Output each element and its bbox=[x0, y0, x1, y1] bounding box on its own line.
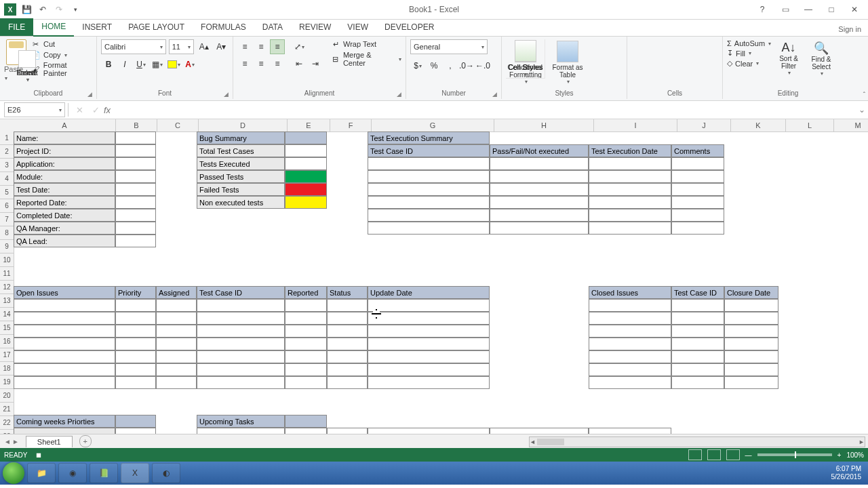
tab-home[interactable]: HOME bbox=[33, 18, 74, 37]
cell[interactable] bbox=[14, 325, 115, 338]
cell-styles-button[interactable]: Cell Styles▾ bbox=[506, 39, 545, 79]
cell[interactable] bbox=[368, 338, 490, 350]
decrease-font-button[interactable]: A▾ bbox=[214, 39, 229, 54]
zoom-out-button[interactable]: — bbox=[745, 451, 752, 459]
align-bottom-button[interactable]: ≡ bbox=[270, 39, 285, 54]
cell[interactable] bbox=[14, 299, 115, 312]
cell[interactable]: Pass/Fail/Not executed bbox=[490, 144, 589, 157]
cell[interactable] bbox=[14, 428, 115, 434]
cell[interactable] bbox=[197, 428, 285, 434]
align-left-button[interactable]: ≡ bbox=[237, 56, 252, 71]
col-header[interactable]: C bbox=[157, 119, 199, 132]
cell[interactable] bbox=[368, 376, 490, 389]
enter-formula-button[interactable]: ✓ bbox=[87, 103, 104, 117]
new-sheet-button[interactable]: + bbox=[79, 435, 92, 447]
tab-insert[interactable]: INSERT bbox=[74, 18, 120, 36]
qat-customize-icon[interactable]: ▾ bbox=[69, 3, 81, 16]
cell[interactable]: Total Test Cases bbox=[197, 144, 285, 157]
collapse-ribbon-icon[interactable]: ˆ bbox=[863, 92, 865, 99]
cell[interactable]: Open Issues bbox=[14, 286, 115, 299]
cell[interactable] bbox=[589, 376, 671, 389]
name-box[interactable]: E26▾ bbox=[4, 102, 65, 117]
cell[interactable] bbox=[589, 312, 671, 325]
cell[interactable] bbox=[589, 196, 671, 209]
cell[interactable] bbox=[327, 338, 368, 350]
cell[interactable] bbox=[197, 338, 285, 350]
cell[interactable] bbox=[589, 209, 671, 222]
cell[interactable]: Application: bbox=[14, 157, 115, 170]
number-format-select[interactable]: General▾ bbox=[410, 39, 488, 54]
cell[interactable] bbox=[327, 428, 368, 434]
col-header[interactable]: A bbox=[14, 119, 116, 132]
cell[interactable] bbox=[197, 350, 285, 363]
maximize-button[interactable]: □ bbox=[823, 3, 840, 16]
merge-center-button[interactable]: ⊟Merge & Center▾ bbox=[331, 51, 401, 67]
cell[interactable] bbox=[285, 157, 327, 170]
row-header[interactable]: 7 bbox=[0, 213, 14, 226]
system-clock[interactable]: 6:07 PM5/26/2015 bbox=[831, 465, 866, 481]
cell[interactable] bbox=[115, 350, 156, 363]
clear-button[interactable]: ◇Clear▾ bbox=[727, 59, 771, 68]
cell[interactable] bbox=[589, 428, 671, 434]
cell[interactable]: QA Manager: bbox=[14, 222, 115, 235]
row-header[interactable]: 10 bbox=[0, 253, 14, 267]
cell[interactable] bbox=[490, 157, 589, 170]
tab-formulas[interactable]: FORMULAS bbox=[193, 18, 254, 36]
cut-button[interactable]: ✂Cut bbox=[31, 39, 92, 49]
cell[interactable] bbox=[115, 170, 156, 183]
cell[interactable]: Test Case ID bbox=[671, 286, 724, 299]
macro-record-icon[interactable]: ⏹ bbox=[35, 451, 42, 459]
orientation-button[interactable]: ⤢▾ bbox=[292, 39, 307, 54]
cell[interactable]: Module: bbox=[14, 170, 115, 183]
cell[interactable] bbox=[115, 325, 156, 338]
cell[interactable] bbox=[14, 350, 115, 363]
cell[interactable] bbox=[285, 415, 327, 428]
number-launcher-icon[interactable]: ◢ bbox=[492, 91, 497, 98]
cell[interactable] bbox=[368, 222, 490, 235]
cell[interactable]: Test Execution Summary bbox=[368, 131, 490, 144]
cell[interactable] bbox=[285, 183, 327, 196]
cell[interactable]: Assigned bbox=[156, 286, 197, 299]
cell[interactable] bbox=[285, 299, 327, 312]
cell[interactable] bbox=[368, 363, 490, 376]
cell[interactable] bbox=[589, 299, 671, 312]
cell[interactable] bbox=[285, 376, 327, 389]
cell[interactable] bbox=[589, 325, 671, 338]
taskbar-explorer-icon[interactable]: 📁 bbox=[27, 463, 56, 483]
row-header[interactable]: 4 bbox=[0, 172, 14, 186]
cell[interactable] bbox=[115, 338, 156, 350]
row-header[interactable]: 16 bbox=[0, 335, 14, 348]
cell[interactable] bbox=[197, 363, 285, 376]
redo-button[interactable]: ↷ bbox=[53, 3, 65, 16]
cell[interactable] bbox=[490, 428, 589, 434]
cell[interactable] bbox=[724, 299, 778, 312]
tab-review[interactable]: REVIEW bbox=[291, 18, 339, 36]
cell[interactable] bbox=[156, 338, 197, 350]
cell[interactable] bbox=[724, 338, 778, 350]
cell[interactable] bbox=[156, 363, 197, 376]
taskbar-chrome-icon[interactable]: ◉ bbox=[58, 463, 87, 483]
font-color-button[interactable]: A▾ bbox=[182, 57, 197, 72]
row-header[interactable]: 22 bbox=[0, 416, 14, 430]
cell[interactable] bbox=[368, 170, 490, 183]
cell[interactable]: Bug Summary bbox=[197, 131, 285, 144]
cell[interactable]: Test Execution Date bbox=[589, 144, 671, 157]
close-button[interactable]: ✕ bbox=[846, 3, 863, 16]
cell[interactable] bbox=[285, 131, 327, 144]
cell[interactable]: Closed Issues bbox=[589, 286, 671, 299]
accounting-button[interactable]: $▾ bbox=[410, 58, 425, 73]
cell[interactable]: Test Case ID bbox=[368, 144, 490, 157]
row-header[interactable]: 3 bbox=[0, 159, 14, 172]
font-size-select[interactable]: 11▾ bbox=[169, 39, 194, 54]
cell[interactable]: Comments bbox=[671, 144, 724, 157]
cell[interactable]: Non executed tests bbox=[197, 196, 285, 209]
cell[interactable] bbox=[115, 196, 156, 209]
tab-view[interactable]: VIEW bbox=[339, 18, 376, 36]
cell[interactable] bbox=[197, 299, 285, 312]
cell[interactable] bbox=[156, 312, 197, 325]
cell[interactable]: QA Lead: bbox=[14, 235, 115, 247]
borders-button[interactable]: ▦▾ bbox=[150, 57, 165, 72]
fill-button[interactable]: ↧Fill▾ bbox=[727, 49, 771, 58]
cell[interactable] bbox=[368, 350, 490, 363]
autosum-button[interactable]: ΣAutoSum▾ bbox=[727, 39, 771, 47]
